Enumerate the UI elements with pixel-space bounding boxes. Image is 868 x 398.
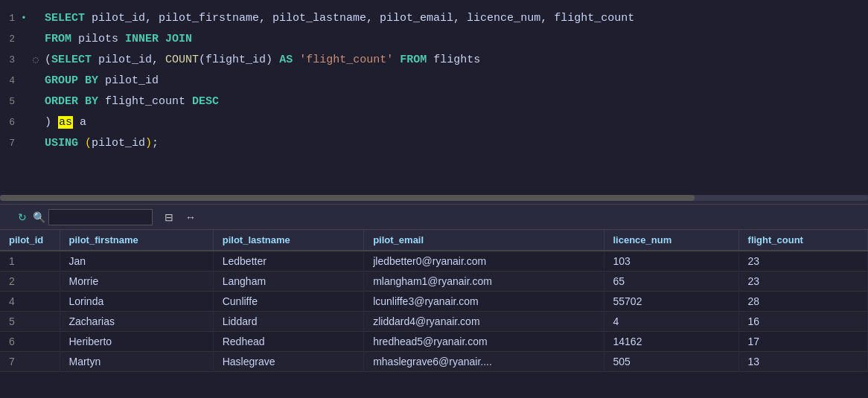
data-table-wrapper: pilot_idpilot_firstnamepilot_lastnamepil… [0,230,868,372]
cell-pilot_firstname: Martyn [60,352,213,372]
code-content-6: ) as a [45,113,868,132]
col-header-pilot_email[interactable]: pilot_email [364,230,604,251]
table-row[interactable]: 4LorindaCunliffelcunliffe3@ryanair.com55… [0,292,868,312]
filter-rows-section: ↻ 🔍 [18,209,153,225]
cell-pilot_firstname: Heriberto [60,332,213,352]
code-line-6: 6) as a [0,113,868,134]
code-content-3: (SELECT pilot_id, COUNT(flight_id) AS 'f… [45,51,868,70]
cell-flight_count: 28 [738,292,867,312]
table-row[interactable]: 6HeribertoRedheadhredhead5@ryanair.com14… [0,332,868,352]
cell-licence_num: 505 [604,352,738,372]
cell-pilot_id: 2 [0,272,60,292]
cell-flight_count: 23 [738,251,867,272]
code-content-1: SELECT pilot_id, pilot_firstname, pilot_… [45,9,868,28]
export-section: ⊟ [162,211,173,223]
line-number-1: 1 [0,10,21,27]
cell-pilot_email: lcunliffe3@ryanair.com [364,292,604,312]
line-collapse-3[interactable]: ◌ [33,52,45,68]
cell-licence_num: 14162 [604,332,738,352]
code-line-3: 3◌(SELECT pilot_id, COUNT(flight_id) AS … [0,51,868,71]
code-line-1: 1•SELECT pilot_id, pilot_firstname, pilo… [0,9,868,30]
code-lines: 1•SELECT pilot_id, pilot_firstname, pilo… [0,6,868,158]
cell-pilot_id: 5 [0,312,60,332]
line-number-5: 5 [0,94,21,110]
cell-licence_num: 4 [604,312,738,332]
code-line-4: 4GROUP BY pilot_id [0,71,868,92]
cell-flight_count: 13 [738,352,867,372]
col-header-pilot_id[interactable]: pilot_id [0,230,60,251]
line-number-7: 7 [0,135,21,152]
table-body: 1JanLedbetterjledbetter0@ryanair.com1032… [0,251,868,372]
code-content-4: GROUP BY pilot_id [45,71,868,91]
result-toolbar: ↻ 🔍 ⊟ ↔ [0,205,868,230]
code-content-2: FROM pilots INNER JOIN [45,30,868,49]
code-line-5: 5ORDER BY flight_count DESC [0,92,868,113]
refresh-icon: ↻ [18,211,27,223]
cell-flight_count: 23 [738,272,867,292]
cell-licence_num: 103 [604,251,738,272]
code-line-7: 7USING (pilot_id); [0,134,868,155]
line-number-3: 3 [0,52,21,68]
col-header-flight_count[interactable]: flight_count [738,230,867,251]
line-number-4: 4 [0,73,21,89]
cell-pilot_id: 4 [0,292,60,312]
cell-pilot_email: mhaslegrave6@ryanair.... [364,352,604,372]
code-content-7: USING (pilot_id); [45,134,868,153]
cell-pilot_email: jledbetter0@ryanair.com [364,251,604,272]
code-content-5: ORDER BY flight_count DESC [45,92,868,112]
cell-pilot_lastname: Ledbetter [213,251,363,272]
cell-pilot_lastname: Liddard [213,312,363,332]
cell-pilot_firstname: Zacharias [60,312,213,332]
scrollbar-thumb[interactable] [0,195,695,201]
line-bullet-1: • [21,10,33,27]
col-header-licence_num[interactable]: licence_num [604,230,738,251]
cell-pilot_id: 1 [0,251,60,272]
cell-pilot_lastname: Haslegrave [213,352,363,372]
sql-editor[interactable]: 1•SELECT pilot_id, pilot_firstname, pilo… [0,0,868,193]
horizontal-scrollbar[interactable] [0,195,868,204]
wrap-section: ↔ [182,211,196,223]
cell-pilot_firstname: Jan [60,251,213,272]
cell-pilot_firstname: Morrie [60,272,213,292]
table-header: pilot_idpilot_firstnamepilot_lastnamepil… [0,230,868,251]
code-line-2: 2FROM pilots INNER JOIN [0,30,868,51]
cell-flight_count: 17 [738,332,867,352]
cell-pilot_firstname: Lorinda [60,292,213,312]
cell-pilot_lastname: Langham [213,272,363,292]
cell-licence_num: 65 [604,272,738,292]
cell-pilot_lastname: Cunliffe [213,292,363,312]
cell-pilot_lastname: Redhead [213,332,363,352]
table-row[interactable]: 2MorrieLanghammlangham1@ryanair.com6523 [0,272,868,292]
filter-icon: 🔍 [33,211,45,223]
result-section: ↻ 🔍 ⊟ ↔ pilot_idpilot_firstnamepilot_las… [0,204,868,372]
table-row[interactable]: 7MartynHaslegravemhaslegrave6@ryanair...… [0,352,868,372]
filter-input[interactable] [48,209,153,225]
cell-pilot_email: mlangham1@ryanair.com [364,272,604,292]
wrap-icon[interactable]: ↔ [185,211,196,223]
col-header-pilot_lastname[interactable]: pilot_lastname [213,230,363,251]
table-row[interactable]: 5ZachariasLiddardzliddard4@ryanair.com41… [0,312,868,332]
cell-flight_count: 16 [738,312,867,332]
table-row[interactable]: 1JanLedbetterjledbetter0@ryanair.com1032… [0,251,868,272]
line-number-2: 2 [0,31,21,48]
header-row: pilot_idpilot_firstnamepilot_lastnamepil… [0,230,868,251]
cell-pilot_email: zliddard4@ryanair.com [364,312,604,332]
cell-licence_num: 55702 [604,292,738,312]
cell-pilot_id: 7 [0,352,60,372]
col-header-pilot_firstname[interactable]: pilot_firstname [60,230,213,251]
scrollbar-track [0,195,868,201]
result-table: pilot_idpilot_firstnamepilot_lastnamepil… [0,230,868,372]
line-number-6: 6 [0,115,21,131]
export-icon[interactable]: ⊟ [165,211,173,223]
cell-pilot_email: hredhead5@ryanair.com [364,332,604,352]
cell-pilot_id: 6 [0,332,60,352]
